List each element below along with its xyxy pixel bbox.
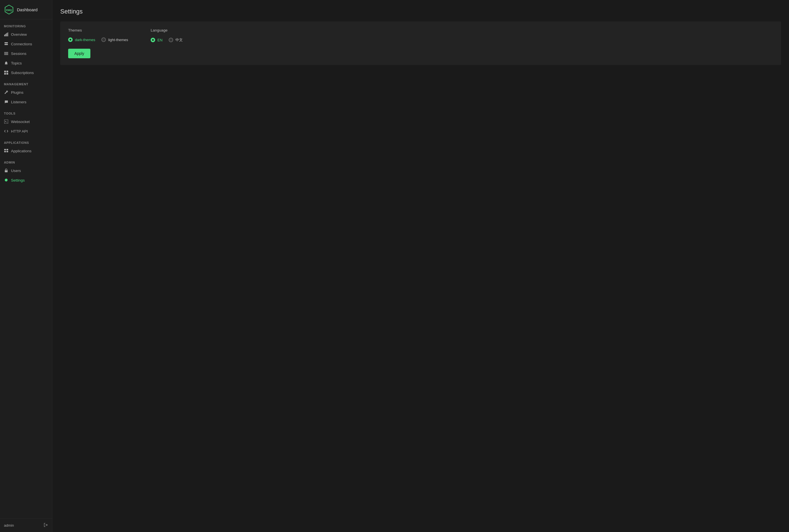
svg-rect-2 bbox=[4, 35, 5, 36]
svg-rect-14 bbox=[6, 71, 8, 72]
svg-rect-21 bbox=[6, 151, 8, 152]
svg-text:EMQ: EMQ bbox=[6, 9, 12, 12]
dark-themes-label: dark-themes bbox=[75, 38, 95, 42]
server-icon bbox=[4, 42, 8, 46]
section-management: MANAGEMENT bbox=[0, 77, 52, 88]
svg-rect-13 bbox=[4, 71, 6, 72]
light-themes-label: light-themes bbox=[108, 38, 128, 42]
sidebar-header: EMQ Dashboard bbox=[0, 0, 52, 19]
sidebar-item-websocket[interactable]: Websocket bbox=[0, 117, 52, 127]
svg-rect-10 bbox=[4, 52, 8, 53]
sidebar-item-sessions-label: Sessions bbox=[11, 52, 26, 56]
sidebar-item-topics-label: Topics bbox=[11, 61, 22, 65]
svg-rect-19 bbox=[6, 149, 8, 150]
sidebar-item-plugins-label: Plugins bbox=[11, 90, 23, 95]
themes-label: Themes bbox=[68, 28, 128, 32]
code-icon bbox=[4, 129, 8, 133]
list-icon bbox=[4, 51, 8, 56]
sidebar-item-settings[interactable]: Settings bbox=[0, 175, 52, 185]
grid-icon bbox=[4, 70, 8, 75]
zh-radio[interactable] bbox=[169, 38, 173, 42]
settings-panel: Themes dark-themes light-themes Language bbox=[60, 21, 781, 65]
svg-point-9 bbox=[7, 44, 7, 45]
username: admin bbox=[4, 523, 14, 528]
sidebar-item-subscriptions-label: Subscriptions bbox=[11, 71, 34, 75]
terminal-icon bbox=[4, 119, 8, 124]
bell-icon bbox=[4, 61, 8, 65]
svg-rect-4 bbox=[6, 33, 7, 36]
sidebar-item-users[interactable]: Users bbox=[0, 166, 52, 175]
light-themes-option[interactable]: light-themes bbox=[101, 37, 128, 42]
themes-group: Themes dark-themes light-themes bbox=[68, 28, 128, 42]
section-applications: Applications bbox=[0, 136, 52, 146]
sidebar: EMQ Dashboard MONITORING Overview Connec… bbox=[0, 0, 52, 532]
svg-rect-11 bbox=[4, 53, 8, 54]
themes-radio-group: dark-themes light-themes bbox=[68, 37, 128, 42]
section-tools: TOOLS bbox=[0, 107, 52, 117]
dark-themes-option[interactable]: dark-themes bbox=[68, 37, 95, 42]
svg-rect-22 bbox=[5, 170, 7, 172]
en-option[interactable]: EN bbox=[151, 38, 163, 42]
sidebar-item-connections-label: Connections bbox=[11, 42, 32, 46]
logo-icon: EMQ bbox=[4, 4, 14, 15]
logout-icon[interactable] bbox=[44, 523, 48, 528]
sidebar-item-overview-label: Overview bbox=[11, 32, 27, 37]
light-themes-radio[interactable] bbox=[101, 37, 106, 42]
sidebar-item-users-label: Users bbox=[11, 169, 21, 173]
sidebar-item-plugins[interactable]: Plugins bbox=[0, 88, 52, 97]
sidebar-item-settings-label: Settings bbox=[11, 178, 25, 183]
language-radio-group: EN 中文 bbox=[151, 37, 183, 42]
comment-icon bbox=[4, 100, 8, 104]
sidebar-item-overview[interactable]: Overview bbox=[0, 30, 52, 39]
language-group: Language EN 中文 bbox=[151, 28, 183, 42]
svg-rect-20 bbox=[4, 151, 6, 152]
apply-button[interactable]: Apply bbox=[68, 49, 90, 58]
sidebar-item-topics[interactable]: Topics bbox=[0, 58, 52, 68]
sidebar-footer: admin bbox=[0, 518, 52, 532]
gear-icon bbox=[4, 178, 8, 183]
settings-row: Themes dark-themes light-themes Language bbox=[68, 28, 773, 42]
svg-rect-3 bbox=[5, 34, 6, 36]
main-content: Settings Themes dark-themes light-themes bbox=[52, 0, 789, 532]
sidebar-item-listeners[interactable]: Listeners bbox=[0, 97, 52, 107]
svg-rect-15 bbox=[4, 73, 6, 75]
zh-label: 中文 bbox=[175, 37, 183, 42]
sidebar-item-http-api[interactable]: HTTP API bbox=[0, 127, 52, 136]
sidebar-item-subscriptions[interactable]: Subscriptions bbox=[0, 68, 52, 77]
sidebar-title: Dashboard bbox=[17, 7, 37, 12]
svg-rect-16 bbox=[6, 73, 8, 75]
sidebar-item-listeners-label: Listeners bbox=[11, 100, 26, 104]
svg-rect-12 bbox=[4, 54, 8, 55]
sidebar-item-websocket-label: Websocket bbox=[11, 120, 30, 124]
svg-point-8 bbox=[7, 42, 7, 43]
section-admin: ADMIN bbox=[0, 156, 52, 166]
sidebar-item-connections[interactable]: Connections bbox=[0, 39, 52, 49]
en-radio[interactable] bbox=[151, 38, 155, 42]
lock-icon bbox=[4, 168, 8, 173]
dark-themes-radio[interactable] bbox=[68, 37, 73, 42]
svg-rect-18 bbox=[4, 149, 6, 150]
sidebar-item-http-api-label: HTTP API bbox=[11, 129, 28, 133]
zh-option[interactable]: 中文 bbox=[169, 37, 183, 42]
wrench-icon bbox=[4, 90, 8, 95]
svg-rect-5 bbox=[7, 32, 8, 36]
page-title: Settings bbox=[60, 8, 781, 15]
en-label: EN bbox=[157, 38, 163, 42]
chart-icon bbox=[4, 32, 8, 37]
sidebar-item-applications-label: Applications bbox=[11, 149, 32, 153]
sidebar-item-sessions[interactable]: Sessions bbox=[0, 49, 52, 58]
sidebar-item-applications[interactable]: Applications bbox=[0, 146, 52, 156]
section-monitoring: MONITORING bbox=[0, 19, 52, 30]
language-label: Language bbox=[151, 28, 183, 32]
apps-icon bbox=[4, 149, 8, 153]
